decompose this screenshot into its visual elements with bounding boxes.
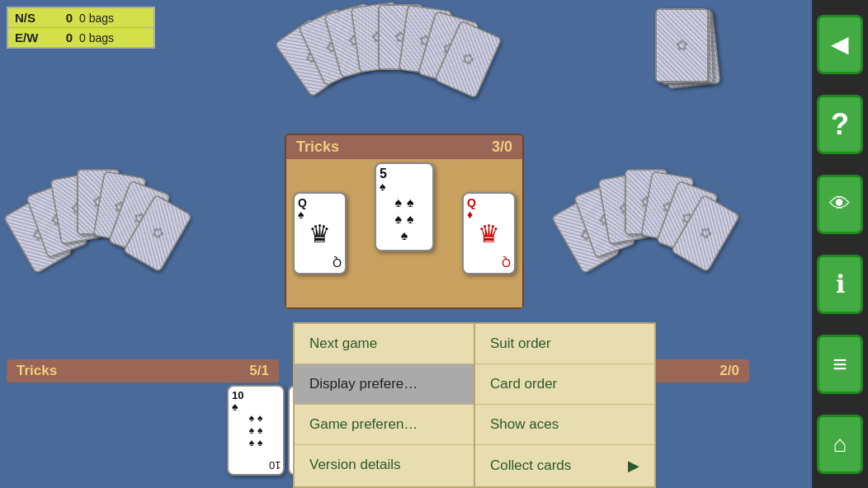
help-icon: ? <box>831 107 849 142</box>
east-played-card[interactable]: Q ♦ ♛ Q <box>462 192 516 274</box>
card-rank: 10 <box>232 390 280 401</box>
ew-bags: 0 bags <box>79 31 114 45</box>
menu-card-order[interactable]: Card order <box>475 364 654 405</box>
ns-bags: 0 bags <box>79 12 114 25</box>
home-button[interactable]: ⌂ <box>817 415 863 474</box>
context-menu: Next game Display prefere… Game preferen… <box>293 322 656 488</box>
card-rank: 5 <box>380 167 429 181</box>
ew-score: 0 <box>48 30 73 45</box>
score-row-ns: N/S 0 0 bags <box>8 8 153 28</box>
east-cards <box>560 161 734 276</box>
north-played-card[interactable]: 5 ♠ ♠♠ ♠♠ ♠ <box>375 162 434 251</box>
west-played-card[interactable]: Q ♠ ♛ Q <box>293 192 347 274</box>
eye-icon: 👁 <box>829 191 851 217</box>
arrow-right-icon: ▶ <box>628 457 639 475</box>
card-back <box>655 8 709 82</box>
menu-next-game[interactable]: Next game <box>295 324 474 364</box>
back-icon: ◀ <box>831 30 849 58</box>
home-icon: ⌂ <box>833 431 847 458</box>
right-buttons-panel: ◀ ? 👁 ℹ ≡ ⌂ <box>812 0 868 488</box>
menu-right-column: Suit order Card order Show aces Collect … <box>475 324 654 486</box>
ns-score: 0 <box>48 11 73 25</box>
card-rank: Q <box>467 197 511 209</box>
tricks-left-label: Tricks <box>17 363 57 379</box>
menu-left-column: Next game Display prefere… Game preferen… <box>295 324 474 486</box>
center-table: 5 ♠ ♠♠ ♠♠ ♠ Q ♠ ♛ Q Q ♦ ♛ Q <box>286 159 522 307</box>
collect-cards-label: Collect cards <box>490 458 571 474</box>
help-button[interactable]: ? <box>817 95 863 154</box>
back-button[interactable]: ◀ <box>817 15 863 74</box>
ew-label: E/W <box>15 30 48 45</box>
tricks-right-score: 2/0 <box>719 363 739 379</box>
menu-button[interactable]: ≡ <box>817 335 863 394</box>
center-tricks-area: Tricks 3/0 5 ♠ ♠♠ ♠♠ ♠ Q ♠ ♛ Q <box>285 134 524 309</box>
menu-game-preferences[interactable]: Game preferen… <box>295 405 474 445</box>
menu-version-details[interactable]: Version details <box>295 445 474 485</box>
menu-suit-order[interactable]: Suit order <box>475 324 654 364</box>
ns-label: N/S <box>15 11 48 25</box>
north-cards <box>281 4 512 103</box>
menu-show-aces[interactable]: Show aces <box>475 405 654 445</box>
info-icon: ℹ <box>836 270 845 298</box>
hamburger-icon: ≡ <box>833 350 847 378</box>
west-cards <box>12 161 186 276</box>
bottom-tricks-left: Tricks 5/1 <box>7 359 279 382</box>
tricks-header: Tricks 3/0 <box>286 135 522 159</box>
tricks-score: 3/0 <box>492 138 512 156</box>
score-row-ew: E/W 0 0 bags <box>8 28 153 47</box>
info-button[interactable]: ℹ <box>817 255 863 314</box>
card-rank: Q <box>298 197 342 209</box>
table-area: N/S 0 0 bags E/W 0 0 bags <box>0 0 812 488</box>
card-suit: ♠ <box>380 181 429 192</box>
eye-button[interactable]: 👁 <box>817 175 863 234</box>
card-suit: ♠ <box>232 401 280 412</box>
tricks-left-score: 5/1 <box>249 363 269 379</box>
tricks-label: Tricks <box>296 138 339 156</box>
scoreboard: N/S 0 0 bags E/W 0 0 bags <box>7 7 155 49</box>
east-fan <box>560 161 734 276</box>
menu-display-preferences[interactable]: Display prefere… <box>295 364 474 405</box>
menu-collect-cards[interactable]: Collect cards ▶ <box>475 445 654 486</box>
east-top-cards <box>655 8 729 99</box>
south-card-1[interactable]: 10 ♠ ♠♠ ♠♠ ♠♠ 10 <box>227 385 285 476</box>
west-fan <box>12 161 186 276</box>
north-fan <box>281 4 512 103</box>
